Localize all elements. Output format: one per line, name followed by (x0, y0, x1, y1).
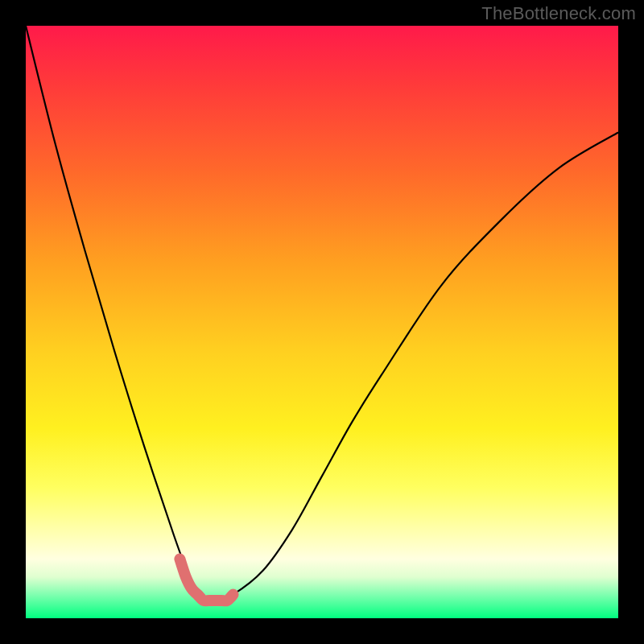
watermark-text: TheBottleneck.com (481, 3, 636, 24)
curve-series (26, 26, 618, 602)
chart-svg (26, 26, 618, 618)
curve-path (26, 26, 618, 602)
valley-marker-series (180, 559, 233, 601)
chart-container: TheBottleneck.com (0, 0, 644, 644)
valley-marker-path (180, 559, 233, 601)
